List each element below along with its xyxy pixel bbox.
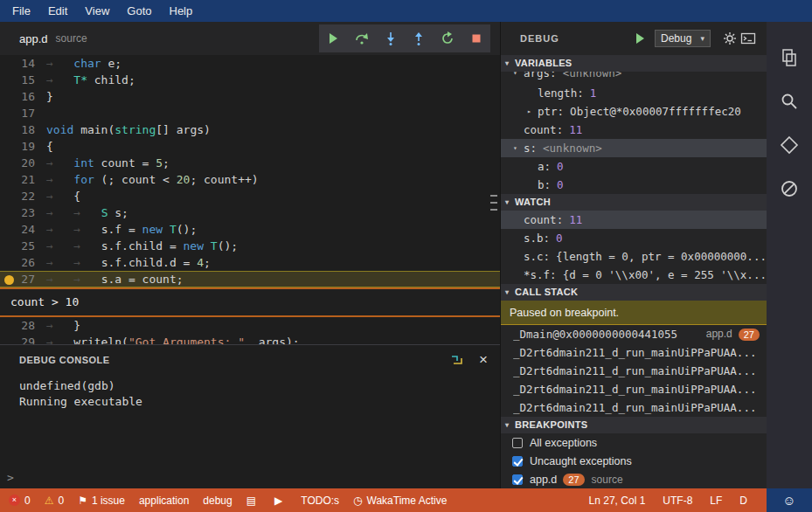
expand-arrow-icon[interactable]: ▾ (513, 139, 524, 157)
line-number[interactable]: 28 (0, 317, 35, 334)
code-line[interactable]: 25→ → s.f.child = new T(); (0, 238, 500, 254)
stack-frame-row[interactable]: _D2rt6dmain211_d_run_mainUiPPaPUAA... (501, 362, 767, 380)
menu-edit[interactable]: Edit (39, 4, 76, 17)
tab-filename[interactable]: app.d (19, 32, 48, 45)
stack-frame-row[interactable]: _Dmain@0x0000000000441055 app.d 27 (501, 325, 767, 343)
code-line[interactable]: 24→ → s.f = new T(); (0, 221, 500, 238)
console-wrap-icon[interactable] (450, 354, 465, 366)
code-line[interactable]: 14→ char e; (0, 55, 500, 72)
continue-button[interactable] (323, 28, 344, 49)
menu-view[interactable]: View (76, 4, 118, 17)
line-number[interactable]: 18 (0, 121, 35, 138)
code-line[interactable]: 28→ } (0, 317, 500, 334)
code-line[interactable]: 26→ → s.f.child.d = 4; (0, 254, 500, 271)
code-line[interactable]: 21→ for (; count < 20; count++) (0, 171, 500, 188)
section-header-variables[interactable]: ▾ VARIABLES (501, 55, 767, 72)
run-status-button[interactable]: ▶ (274, 495, 287, 507)
files-button[interactable] (767, 36, 812, 80)
checkbox-checked[interactable] (512, 474, 523, 485)
line-number[interactable]: 19 (0, 138, 35, 155)
code-line[interactable]: 23→ → S s; (0, 204, 500, 221)
menu-goto[interactable]: Goto (118, 4, 160, 17)
debug-config-dropdown[interactable]: Debug ▾ (655, 30, 711, 47)
restart-button[interactable] (437, 28, 458, 49)
expand-arrow-icon[interactable]: ▾ (513, 72, 524, 82)
line-number[interactable]: 26 (0, 254, 35, 271)
warning-count[interactable]: ⚠ 0 (45, 495, 64, 507)
console-prompt[interactable]: > (7, 471, 14, 484)
watch-row-selected[interactable]: count: 11 (501, 211, 767, 229)
code-line[interactable]: 29→ writeln("Got Arguments: ", args); (0, 334, 500, 344)
variable-row[interactable]: a: 0 (501, 157, 767, 176)
issues-status[interactable]: ⚑ 1 issue (78, 495, 125, 507)
code-line[interactable]: 19{ (0, 138, 500, 155)
search-button[interactable] (767, 80, 812, 123)
variable-row[interactable]: count: 11 (501, 121, 767, 139)
package-button[interactable] (767, 123, 812, 167)
stop-button[interactable] (466, 28, 487, 49)
debug-disabled-button[interactable] (767, 167, 812, 211)
stack-frame-row[interactable]: _D2rt6dmain211_d_run_mainUiPPaPUAA... (501, 380, 767, 398)
language-mode[interactable]: D (739, 495, 747, 507)
checkbox-checked[interactable] (512, 456, 523, 467)
breakpoint-row[interactable]: app.d 27 source (501, 470, 767, 488)
line-number[interactable]: 16 (0, 88, 35, 105)
code-line[interactable]: 15→ T* child; (0, 72, 500, 88)
feedback-corner[interactable]: ☺ (767, 488, 812, 512)
checkbox-unchecked[interactable] (512, 438, 523, 448)
line-number[interactable]: 17 (0, 105, 35, 121)
code-line[interactable]: 18void main(string[] args) (0, 121, 500, 138)
step-over-button[interactable] (351, 28, 372, 49)
line-number[interactable]: 29 (0, 334, 35, 344)
watch-row[interactable]: *s.f: {d = 0 '\\x00', e = 255 '\\x... (501, 266, 767, 284)
variable-row[interactable]: length: 1 (501, 84, 767, 102)
expand-arrow-icon[interactable]: ▸ (527, 102, 538, 121)
application-status[interactable]: application (139, 495, 189, 507)
todo-status[interactable]: TODO:s (301, 495, 339, 507)
watch-row[interactable]: s.b: 0 (501, 229, 767, 247)
variable-row[interactable]: ▾ args: <unknown> (501, 72, 767, 84)
stack-frame-row[interactable]: _D2rt6dmain211_d_run_mainUiPPaPUAA... (501, 343, 767, 362)
variable-row[interactable]: ▸ ptr: Object@*0x00007fffffffec20 (501, 102, 767, 121)
line-number[interactable]: 23 (0, 204, 35, 221)
line-number[interactable]: 22 (0, 188, 35, 204)
debug-status[interactable]: debug (203, 495, 232, 507)
code-line[interactable]: 20→ int count = 5; (0, 155, 500, 171)
eol-indicator[interactable]: LF (710, 495, 722, 507)
breakpoint-row[interactable]: Uncaught exceptions (501, 452, 767, 470)
line-number[interactable]: 21 (0, 171, 35, 188)
configure-button[interactable] (723, 31, 737, 45)
console-toggle-button[interactable] (740, 31, 756, 45)
breakpoint-row[interactable]: All exceptions (501, 433, 767, 452)
overview-ruler[interactable] (490, 195, 497, 216)
code-line[interactable]: 16} (0, 88, 500, 105)
section-header-call-stack[interactable]: ▾ CALL STACK (501, 284, 767, 301)
close-icon[interactable]: × (479, 354, 488, 366)
breakpoint-condition-box[interactable]: count > 10 (0, 287, 500, 317)
wakatime-status[interactable]: ◷ WakaTime Active (353, 495, 447, 507)
step-out-button[interactable] (408, 28, 429, 49)
section-header-breakpoints[interactable]: ▾ BREAKPOINTS (501, 417, 767, 433)
menu-file[interactable]: File (3, 4, 39, 17)
line-number[interactable]: 25 (0, 238, 35, 254)
watch-row[interactable]: s.c: {length = 0, ptr = 0x00000000... (501, 247, 767, 266)
breakpoint-icon[interactable] (4, 275, 14, 285)
variable-row[interactable]: b: 0 (501, 176, 767, 194)
code-line[interactable]: 27→ → s.a = count; (0, 271, 500, 287)
line-number[interactable]: 14 (0, 55, 35, 72)
line-number[interactable]: 20 (0, 155, 35, 171)
variable-row-selected[interactable]: ▾ s: <unknown> (501, 139, 767, 157)
code-line[interactable]: 22→ { (0, 188, 500, 204)
section-header-watch[interactable]: ▾ WATCH (501, 194, 767, 211)
line-number[interactable]: 15 (0, 72, 35, 88)
line-number[interactable]: 24 (0, 221, 35, 238)
error-count[interactable]: × 0 (9, 495, 31, 507)
code-line[interactable]: 17 (0, 105, 500, 121)
stack-frame-row[interactable]: _D2rt6dmain211_d_run_mainUiPPaPUAA... (501, 398, 767, 417)
menu-help[interactable]: Help (161, 4, 202, 17)
step-into-button[interactable] (380, 28, 401, 49)
encoding-indicator[interactable]: UTF-8 (663, 495, 692, 507)
cursor-position[interactable]: Ln 27, Col 1 (589, 495, 646, 507)
code-editor[interactable]: 14→ char e;15→ T* child;16}1718void main… (0, 55, 500, 344)
document-status-button[interactable]: ▤ (246, 495, 260, 507)
